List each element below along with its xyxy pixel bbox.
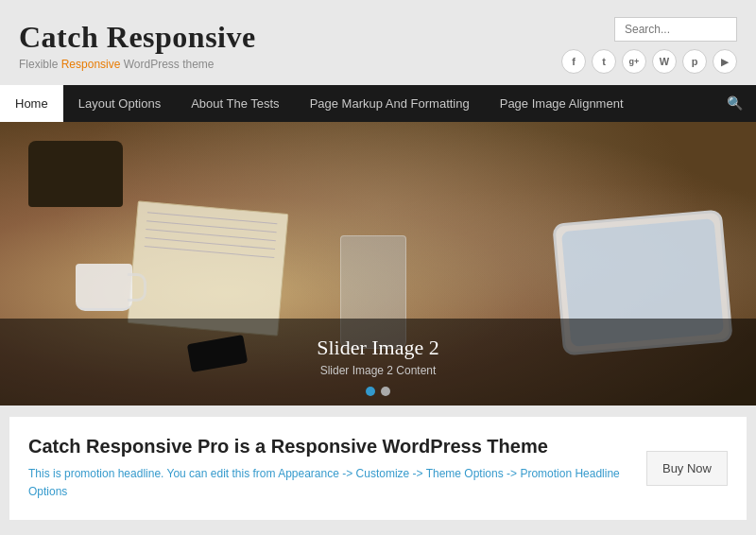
site-description: Flexible Responsive WordPress theme [19,58,256,71]
google-plus-icon[interactable]: g+ [622,49,646,74]
nav-item-page-image-alignment[interactable]: Page Image Alignment [485,85,639,122]
cup-decoration [76,264,132,311]
twitter-icon[interactable]: t [592,49,616,74]
buy-now-button[interactable]: Buy Now [646,451,728,486]
pinterest-icon[interactable]: p [682,49,707,74]
description-suffix: WordPress theme [120,58,214,71]
site-branding: Catch Responsive Flexible Responsive Wor… [19,20,256,71]
notebook-decoration [128,200,289,336]
description-prefix: Flexible [19,58,61,71]
slider-dots [366,387,390,396]
youtube-icon[interactable]: ▶ [713,49,737,74]
promo-text: Catch Responsive Pro is a Responsive Wor… [28,436,627,501]
nav-search-icon[interactable]: 🔍 [713,86,756,121]
nav-item-about-the-tests[interactable]: About The Tests [176,85,294,122]
hero-slider: Slider Image 2 Slider Image 2 Content [0,122,756,406]
slider-content: Slider Image 2 Content [19,364,737,377]
nav-item-page-markup[interactable]: Page Markup And Formatting [295,85,485,122]
header-right: f t g+ W p ▶ [561,17,737,74]
promo-description: This is promotion headline. You can edit… [28,465,627,501]
nav-item-home[interactable]: Home [0,85,63,122]
header: Catch Responsive Flexible Responsive Wor… [0,0,756,85]
search-input[interactable] [614,17,737,42]
site-title: Catch Responsive [19,20,256,55]
slider-dot-1[interactable] [366,387,375,396]
social-icons: f t g+ W p ▶ [561,49,737,74]
facebook-icon[interactable]: f [561,49,586,74]
wordpress-icon[interactable]: W [652,49,677,74]
slider-dot-2[interactable] [381,387,390,396]
cup-handle-decoration [128,273,146,302]
page-wrapper: Catch Responsive Flexible Responsive Wor… [0,0,756,535]
bag-decoration [28,141,123,207]
navigation: Home Layout Options About The Tests Page… [0,85,756,122]
nav-item-layout-options[interactable]: Layout Options [63,85,176,122]
description-highlight: Responsive [61,58,121,71]
promo-section: Catch Responsive Pro is a Responsive Wor… [9,417,747,520]
promo-title: Catch Responsive Pro is a Responsive Wor… [28,436,627,457]
slider-title: Slider Image 2 [19,336,737,360]
